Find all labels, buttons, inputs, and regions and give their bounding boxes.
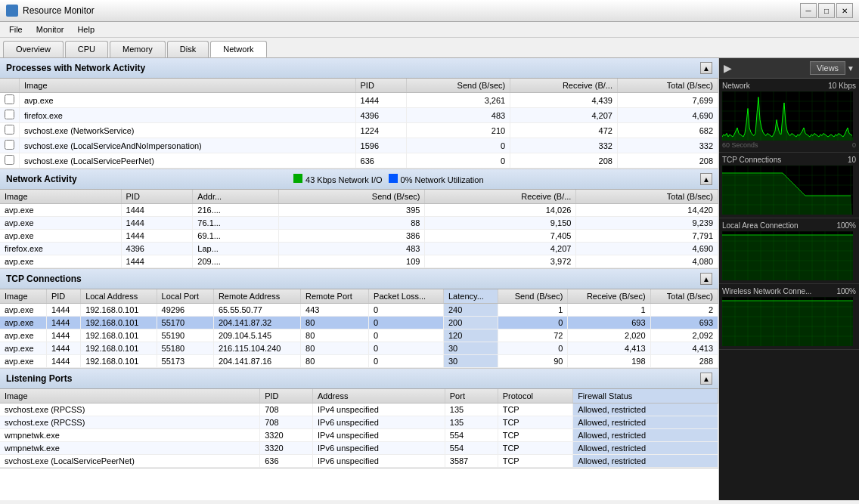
table-row[interactable]: svchost.exe (LocalServiceAndNoImpersonat… <box>0 138 718 153</box>
right-panel-header: ▶ Views ▼ <box>719 58 859 79</box>
table-row[interactable]: avp.exe 1444 192.168.0.101 55173 204.141… <box>0 355 718 368</box>
lp-col-image[interactable]: Image <box>0 389 260 404</box>
lp-col-pid[interactable]: PID <box>260 389 313 404</box>
tab-memory[interactable]: Memory <box>110 41 166 57</box>
cell-total: 4,690 <box>617 108 718 123</box>
tab-disk[interactable]: Disk <box>167 41 209 57</box>
table-row[interactable]: avp.exe 1444 209.... 109 3,972 4,080 <box>0 255 718 268</box>
cell-address: IPv6 unspecified <box>313 442 445 455</box>
lp-col-address[interactable]: Address <box>313 389 445 404</box>
row-checkbox[interactable] <box>5 155 14 165</box>
row-checkbox[interactable] <box>5 125 14 135</box>
tcp-collapse[interactable]: ▲ <box>700 273 712 285</box>
tcp-col-image[interactable]: Image <box>0 289 46 304</box>
table-row[interactable]: svchost.exe (NetworkService) 1224 210 47… <box>0 123 718 138</box>
cell-local-addr: 192.168.0.101 <box>81 342 157 355</box>
processes-header[interactable]: Processes with Network Activity ▲ <box>0 58 718 79</box>
table-row[interactable]: avp.exe 1444 69.1... 386 7,405 7,791 <box>0 230 718 243</box>
cell-firewall: Allowed, restricted <box>573 416 718 429</box>
table-row[interactable]: avp.exe 1444 216.... 395 14,026 14,420 <box>0 204 718 217</box>
col-pid[interactable]: PID <box>355 79 406 93</box>
cell-remote-port: 80 <box>301 342 369 355</box>
expand-icon[interactable]: ▶ <box>724 62 732 74</box>
indicator-blue: 0% Network Utilization <box>389 174 484 184</box>
cell-protocol: TCP <box>498 404 572 416</box>
table-row[interactable]: firefox.exe 4396 483 4,207 4,690 <box>0 108 718 123</box>
tcp-col-remote-port[interactable]: Remote Port <box>301 289 369 304</box>
table-row[interactable]: svchost.exe (LocalServicePeerNet) 636 0 … <box>0 153 718 169</box>
title-bar: Resource Monitor ─ □ ✕ <box>0 0 859 22</box>
row-checkbox[interactable] <box>5 140 14 150</box>
views-button[interactable]: Views <box>810 61 845 75</box>
window-controls[interactable]: ─ □ ✕ <box>800 3 853 18</box>
table-row[interactable]: wmpnetwk.exe 3320 IPv4 unspecified 554 T… <box>0 429 718 442</box>
lp-col-port[interactable]: Port <box>445 389 498 404</box>
tcp-col-pid[interactable]: PID <box>46 289 80 304</box>
cell-local-port: 55173 <box>157 355 213 368</box>
na-col-receive[interactable]: Receive (B/... <box>425 190 576 204</box>
tcp-col-send[interactable]: Send (B/sec) <box>498 289 568 304</box>
processes-collapse[interactable]: ▲ <box>700 62 712 74</box>
listening-collapse[interactable]: ▲ <box>700 373 712 385</box>
table-row[interactable]: avp.exe 1444 192.168.0.101 55190 209.104… <box>0 329 718 342</box>
na-col-total[interactable]: Total (B/sec) <box>576 190 718 204</box>
cell-pid: 1444 <box>121 230 193 243</box>
tcp-header[interactable]: TCP Connections ▲ <box>0 269 718 289</box>
views-dropdown-icon[interactable]: ▼ <box>847 64 854 73</box>
table-row[interactable]: wmpnetwk.exe 3320 IPv6 unspecified 554 T… <box>0 442 718 455</box>
tab-overview[interactable]: Overview <box>3 41 64 57</box>
na-col-send[interactable]: Send (B/sec) <box>278 190 425 204</box>
cell-port: 554 <box>445 429 498 442</box>
tcp-col-latency[interactable]: Latency... <box>443 289 498 304</box>
listening-header[interactable]: Listening Ports ▲ <box>0 369 718 389</box>
cell-image: svchost.exe (LocalServicePeerNet) <box>20 153 356 169</box>
table-row[interactable]: firefox.exe 4396 Lap... 483 4,207 4,690 <box>0 243 718 255</box>
row-checkbox[interactable] <box>5 110 14 119</box>
minimize-button[interactable]: ─ <box>800 3 817 18</box>
tcp-col-packet-loss[interactable]: Packet Loss... <box>369 289 444 304</box>
na-col-addr[interactable]: Addr... <box>193 190 278 204</box>
col-total[interactable]: Total (B/sec) <box>617 79 718 93</box>
network-activity-body: Image PID Addr... Send (B/sec) Receive (… <box>0 190 718 268</box>
cell-total: 208 <box>617 153 718 169</box>
na-col-pid[interactable]: PID <box>121 190 193 204</box>
lp-col-protocol[interactable]: Protocol <box>498 389 572 404</box>
tcp-col-local-port[interactable]: Local Port <box>157 289 213 304</box>
tcp-col-local-addr[interactable]: Local Address <box>81 289 157 304</box>
tcp-col-remote-addr[interactable]: Remote Address <box>213 289 300 304</box>
tab-cpu[interactable]: CPU <box>65 41 108 57</box>
tcp-col-receive[interactable]: Receive (B/sec) <box>568 289 650 304</box>
lp-col-firewall[interactable]: Firewall Status <box>573 389 718 404</box>
cell-total: 9,239 <box>576 217 718 230</box>
col-receive[interactable]: Receive (B/... <box>510 79 618 93</box>
network-activity-header[interactable]: Network Activity 43 Kbps Network I/O 0% … <box>0 169 718 190</box>
col-send[interactable]: Send (B/sec) <box>406 79 510 93</box>
network-activity-collapse[interactable]: ▲ <box>700 173 712 185</box>
table-row[interactable]: avp.exe 1444 192.168.0.101 55180 216.115… <box>0 342 718 355</box>
menu-help[interactable]: Help <box>71 23 101 36</box>
tcp-col-total[interactable]: Total (B/sec) <box>650 289 718 304</box>
cell-total: 7,699 <box>617 93 718 108</box>
table-row[interactable]: avp.exe 1444 3,261 4,439 7,699 <box>0 93 718 108</box>
row-checkbox[interactable] <box>5 94 14 104</box>
cell-local-port: 55170 <box>157 317 213 329</box>
menu-monitor[interactable]: Monitor <box>30 23 70 36</box>
close-button[interactable]: ✕ <box>836 3 853 18</box>
tab-network[interactable]: Network <box>210 41 266 57</box>
col-image[interactable]: Image <box>20 79 356 93</box>
cell-image: avp.exe <box>0 255 121 268</box>
cell-image: avp.exe <box>0 217 121 230</box>
cell-image: avp.exe <box>0 342 46 355</box>
na-col-image[interactable]: Image <box>0 190 121 204</box>
table-row[interactable]: svchost.exe (RPCSS) 708 IPv6 unspecified… <box>0 416 718 429</box>
cell-remote-addr: 204.141.87.32 <box>213 317 300 329</box>
table-row[interactable]: avp.exe 1444 192.168.0.101 49296 65.55.5… <box>0 304 718 317</box>
network-activity-title: Network Activity <box>6 174 77 184</box>
table-row[interactable]: avp.exe 1444 192.168.0.101 55170 204.141… <box>0 317 718 329</box>
table-row[interactable]: avp.exe 1444 76.1... 88 9,150 9,239 <box>0 217 718 230</box>
table-row[interactable]: svchost.exe (RPCSS) 708 IPv4 unspecified… <box>0 404 718 416</box>
table-row[interactable]: svchost.exe (LocalServicePeerNet) 636 IP… <box>0 455 718 468</box>
menu-file[interactable]: File <box>3 23 29 36</box>
cell-send: 0 <box>498 317 568 329</box>
maximize-button[interactable]: □ <box>818 3 835 18</box>
